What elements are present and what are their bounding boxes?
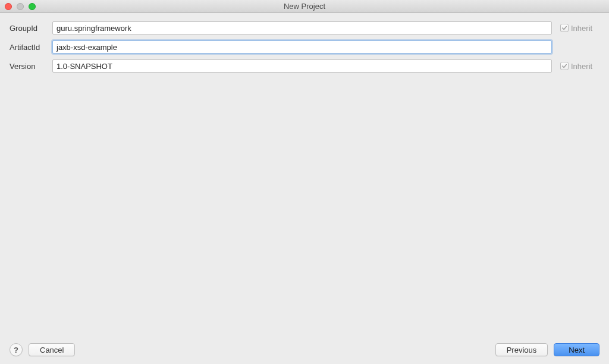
groupid-input[interactable] [52, 21, 552, 34]
version-inherit[interactable]: Inherit [552, 62, 599, 71]
version-input[interactable] [52, 59, 552, 73]
artifactid-input[interactable] [52, 40, 552, 54]
check-icon [561, 63, 567, 69]
window-controls [0, 3, 36, 10]
artifactid-row: ArtifactId [10, 40, 599, 54]
check-icon [561, 25, 567, 31]
version-inherit-label: Inherit [571, 62, 592, 71]
help-button[interactable]: ? [10, 343, 23, 356]
close-window-button[interactable] [5, 3, 12, 10]
button-bar: ? Cancel Previous Next [0, 335, 609, 364]
zoom-window-button[interactable] [29, 3, 36, 10]
window-title: New Project [284, 2, 325, 11]
version-label: Version [10, 62, 52, 71]
groupid-inherit[interactable]: Inherit [552, 24, 599, 33]
cancel-button[interactable]: Cancel [29, 343, 75, 356]
groupid-row: GroupId Inherit [10, 21, 599, 34]
groupid-inherit-checkbox[interactable] [560, 24, 569, 32]
version-inherit-checkbox[interactable] [560, 62, 569, 70]
minimize-window-button[interactable] [17, 3, 24, 10]
titlebar: New Project [0, 0, 609, 13]
version-row: Version Inherit [10, 59, 599, 73]
form-area: GroupId Inherit ArtifactId Version Inher… [0, 13, 609, 335]
artifactid-label: ArtifactId [10, 43, 52, 52]
previous-button[interactable]: Previous [495, 343, 548, 356]
next-button[interactable]: Next [554, 343, 599, 356]
groupid-label: GroupId [10, 24, 52, 33]
groupid-inherit-label: Inherit [571, 24, 592, 33]
